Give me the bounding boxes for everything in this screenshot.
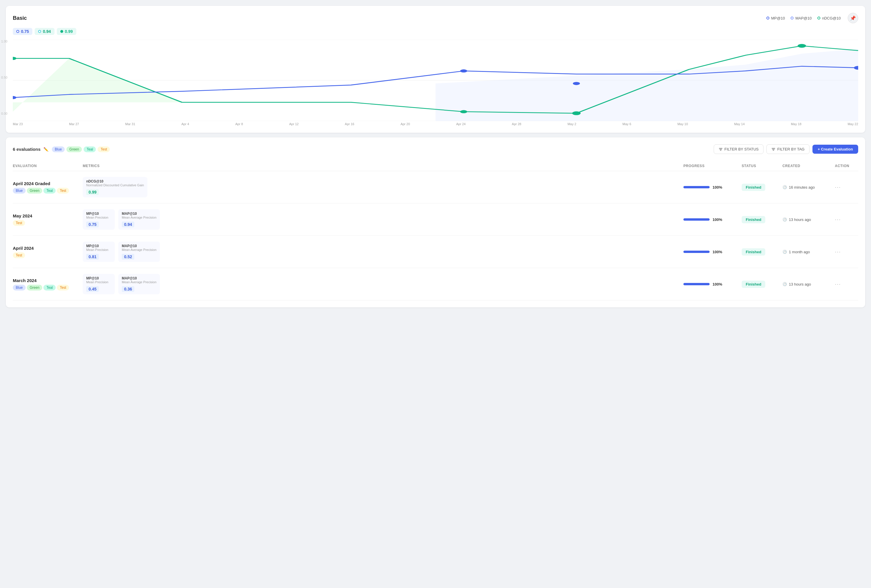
metric-name: nDCG@10	[86, 179, 144, 184]
metric-badge-map10[interactable]: 0.94	[34, 28, 54, 35]
x-axis-labels: Mar 23 Mar 27 Mar 31 Apr 4 Apr 8 Apr 12 …	[13, 121, 858, 126]
eval-tags-1: Test	[13, 220, 83, 226]
svg-point-5	[13, 57, 16, 60]
evaluations-header: 6 evaluations ✏️ Blue Green Teal Test FI…	[13, 145, 858, 154]
row-tag-teal[interactable]: Teal	[43, 285, 55, 291]
metric-value: 0.94	[122, 221, 134, 227]
progress-cell-2: 100%	[683, 250, 742, 254]
metrics-cell-3: MP@10 Mean Precision 0.45 MAP@10 Mean Av…	[83, 274, 683, 294]
chart-legend: MP@10 MAP@10 nDCG@10	[766, 16, 841, 20]
metric-badge-ndcg10[interactable]: 0.99	[57, 28, 76, 35]
legend-mp10: MP@10	[766, 16, 785, 20]
metric-value: 0.81	[86, 254, 99, 260]
action-menu-button[interactable]: ···	[835, 281, 841, 287]
metric-subname: Mean Average Precision	[122, 280, 156, 284]
evaluations-table: EVALUATION METRICS PROGRESS STATUS CREAT…	[13, 161, 858, 300]
x-label-15: May 22	[848, 122, 858, 126]
metrics-cell-0: nDCG@10 Normalized Discounted Cumulative…	[83, 177, 683, 197]
pin-button[interactable]: 📌	[848, 13, 858, 23]
chart-card: Basic MP@10 MAP@10 nDCG@10 📌	[6, 6, 865, 133]
progress-cell-1: 100%	[683, 218, 742, 222]
action-menu-button[interactable]: ···	[835, 184, 841, 190]
chart-header: Basic MP@10 MAP@10 nDCG@10 📌	[13, 13, 858, 23]
x-label-5: Apr 12	[289, 122, 299, 126]
metric-item: nDCG@10 Normalized Discounted Cumulative…	[83, 177, 147, 197]
col-created: CREATED	[783, 164, 835, 168]
tag-test[interactable]: Test	[97, 146, 110, 152]
metric-dot-map10	[38, 30, 41, 33]
svg-point-9	[13, 96, 16, 99]
clock-icon: 🕐	[783, 185, 787, 190]
progress-bar-fill	[683, 251, 709, 253]
status-badge: Finished	[742, 248, 765, 255]
legend-label-mp10: MP@10	[771, 16, 785, 20]
metric-badge-label-map10: 0.94	[43, 29, 51, 34]
tag-green[interactable]: Green	[66, 146, 82, 152]
filter-tag-button[interactable]: FILTER BY TAG	[766, 145, 810, 154]
metric-name: MP@10	[86, 276, 111, 280]
create-evaluation-button[interactable]: + Create Evaluation	[813, 145, 858, 154]
metric-name: MAP@10	[122, 244, 156, 248]
svg-point-8	[798, 44, 806, 48]
edit-icon[interactable]: ✏️	[43, 147, 48, 152]
status-badge: Finished	[742, 216, 765, 223]
clock-icon: 🕐	[783, 217, 787, 222]
tag-teal[interactable]: Teal	[84, 146, 96, 152]
col-action: ACTION	[835, 164, 858, 168]
x-label-9: Apr 28	[512, 122, 521, 126]
progress-bar-bg	[683, 251, 709, 253]
x-label-10: May 2	[567, 122, 576, 126]
col-progress: PROGRESS	[683, 164, 742, 168]
eval-name-1: May 2024	[13, 213, 83, 218]
row-tag-green[interactable]: Green	[27, 285, 42, 291]
metric-name: MAP@10	[122, 276, 156, 280]
metric-item: MAP@10 Mean Average Precision 0.36	[118, 274, 160, 294]
table-header: EVALUATION METRICS PROGRESS STATUS CREAT…	[13, 161, 858, 171]
eval-header-left: 6 evaluations ✏️ Blue Green Teal Test	[13, 146, 110, 152]
metric-value: 0.75	[86, 221, 99, 227]
metric-item: MP@10 Mean Precision 0.45	[83, 274, 115, 294]
row-tag-blue[interactable]: Blue	[13, 285, 25, 291]
chart-title: Basic	[13, 15, 27, 21]
row-tag-test[interactable]: Test	[57, 285, 69, 291]
x-label-13: May 14	[734, 122, 745, 126]
created-cell-0: 🕐 16 minutes ago	[783, 185, 835, 190]
row-tag-teal[interactable]: Teal	[43, 188, 55, 194]
progress-bar-bg	[683, 218, 709, 221]
row-tag-test[interactable]: Test	[13, 220, 25, 226]
metrics-cell-2: MP@10 Mean Precision 0.81 MAP@10 Mean Av…	[83, 242, 683, 262]
created-cell-1: 🕐 13 hours ago	[783, 217, 835, 222]
row-tag-test[interactable]: Test	[57, 188, 69, 194]
created-cell-3: 🕐 13 hours ago	[783, 282, 835, 287]
svg-point-11	[573, 82, 580, 85]
metric-name: MAP@10	[122, 212, 156, 216]
x-label-11: May 6	[623, 122, 631, 126]
filter-tag-icon	[771, 147, 775, 151]
eval-name-cell: April 2024 Test	[13, 246, 83, 258]
action-menu-button[interactable]: ···	[835, 216, 841, 222]
metrics-cell-1: MP@10 Mean Precision 0.75 MAP@10 Mean Av…	[83, 209, 683, 230]
created-text-0: 16 minutes ago	[789, 185, 815, 190]
progress-pct: 100%	[712, 218, 722, 222]
row-tag-test[interactable]: Test	[13, 252, 25, 258]
row-tag-blue[interactable]: Blue	[13, 188, 25, 194]
tag-filter-section: Blue Green Teal Test	[52, 146, 110, 152]
x-label-6: Apr 16	[345, 122, 354, 126]
legend-dot-mp10	[766, 16, 769, 19]
metric-badge-label-mp10: 0.75	[21, 29, 29, 34]
action-menu-button[interactable]: ···	[835, 249, 841, 255]
x-label-4: Apr 8	[235, 122, 243, 126]
legend-label-map10: MAP@10	[795, 16, 811, 20]
eval-name-3: March 2024	[13, 278, 83, 283]
x-label-3: Apr 4	[181, 122, 189, 126]
row-tag-green[interactable]: Green	[27, 188, 42, 194]
metric-dot-mp10	[16, 30, 19, 33]
progress-cell-0: 100%	[683, 185, 742, 190]
action-cell-2: ···	[835, 249, 858, 255]
x-label-0: Mar 23	[13, 122, 23, 126]
created-text-1: 13 hours ago	[789, 218, 811, 222]
tag-blue[interactable]: Blue	[52, 146, 65, 152]
filter-status-button[interactable]: FILTER BY STATUS	[714, 145, 764, 154]
metric-badge-mp10[interactable]: 0.75	[13, 28, 32, 35]
metric-subname: Mean Precision	[86, 280, 111, 284]
